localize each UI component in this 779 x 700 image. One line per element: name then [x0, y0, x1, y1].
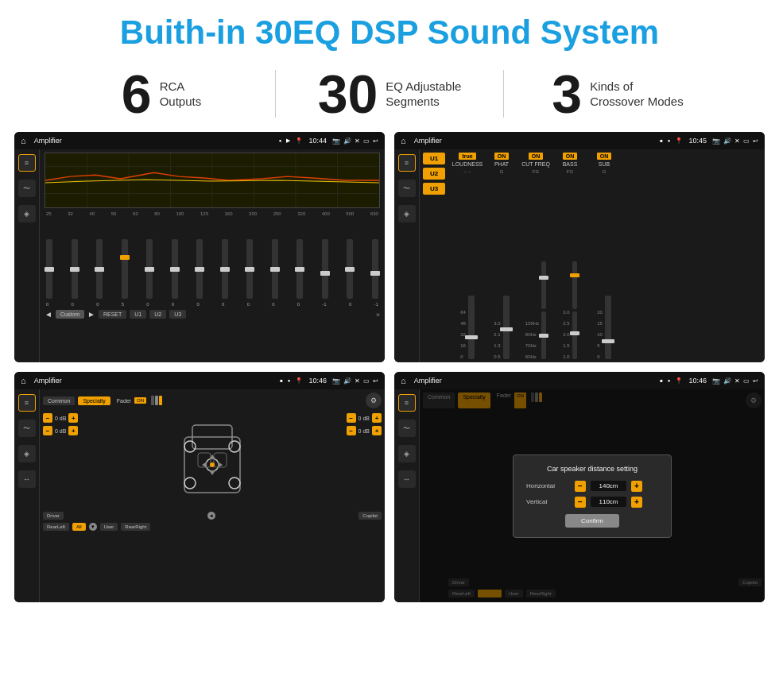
btn-rearright[interactable]: RearRight	[121, 523, 150, 531]
stat-eq-line1: EQ Adjustable	[386, 79, 461, 95]
screen-amp: ⌂ Amplifier ■ ● 📍 10:45 📷 🔊 ✕ ▭ ↩ ≡ 〜 ◈	[394, 132, 765, 362]
phat-on[interactable]: ON	[494, 153, 510, 160]
bass-slider-g[interactable]	[572, 311, 577, 359]
sidebar-4: ≡ 〜 ◈ ↔	[394, 389, 420, 602]
home-icon-2[interactable]: ⌂	[401, 136, 406, 145]
home-icon[interactable]: ⌂	[21, 136, 26, 145]
plus-btn-3[interactable]: +	[372, 413, 382, 423]
home-icon-4[interactable]: ⌂	[401, 376, 406, 385]
eq-slider-100[interactable]	[196, 239, 203, 299]
tab-specialty[interactable]: Specialty	[78, 396, 110, 405]
back-icon[interactable]: ↩	[373, 137, 378, 145]
minus-btn-2[interactable]: −	[43, 426, 52, 435]
eq-u3-btn[interactable]: U3	[169, 310, 186, 319]
u2-btn[interactable]: U2	[423, 168, 445, 180]
play-icon-1: ▶	[286, 137, 290, 144]
back-icon-2[interactable]: ↩	[753, 137, 758, 145]
u3-btn[interactable]: U3	[423, 183, 445, 195]
cutfreq-slider-f[interactable]	[541, 261, 546, 309]
eq-slider-320[interactable]	[322, 239, 328, 299]
phat-slider[interactable]	[503, 296, 510, 359]
home-icon-3[interactable]: ⌂	[21, 376, 26, 385]
eq-slider-200[interactable]	[272, 239, 278, 299]
minus-btn-3[interactable]: −	[347, 413, 356, 423]
sidebar-arrow-icon-3[interactable]: ↔	[18, 470, 36, 488]
tab-common[interactable]: Common	[43, 396, 75, 405]
sidebar-eq-icon-2[interactable]: ≡	[398, 154, 416, 172]
cam-icon-4: 📷	[712, 377, 720, 385]
sidebar-spk-icon[interactable]: ◈	[18, 205, 36, 222]
eq-slider-25[interactable]	[46, 239, 52, 299]
sidebar-spk-icon-4[interactable]: ◈	[398, 445, 416, 462]
dialog-horizontal-minus[interactable]: −	[575, 481, 586, 492]
eq-slider-160[interactable]	[246, 239, 253, 299]
eq-slider-250[interactable]	[296, 239, 303, 299]
btn-rearleft[interactable]: RearLeft	[43, 523, 69, 531]
eq-custom-btn[interactable]: Custom	[56, 310, 84, 319]
btn-user[interactable]: User	[100, 523, 118, 531]
eq-slider-40[interactable]	[96, 239, 103, 299]
time-1: 10:44	[308, 137, 327, 145]
eq-slider-32[interactable]	[72, 239, 78, 299]
dialog-vertical-minus[interactable]: −	[575, 497, 586, 508]
app-title-1: Amplifier	[34, 137, 274, 145]
sidebar-wave-icon-3[interactable]: 〜	[18, 420, 36, 437]
eq-u2-btn[interactable]: U2	[149, 310, 166, 319]
eq-slider-125[interactable]	[222, 239, 228, 299]
cutfreq-slider-g[interactable]	[541, 311, 546, 359]
plus-btn-1[interactable]: +	[68, 413, 78, 423]
prev-arrow[interactable]: ◄	[45, 310, 52, 319]
expand-arrow[interactable]: »	[376, 311, 380, 319]
dialog-vertical-plus[interactable]: +	[631, 497, 642, 508]
db-val-4: 0 dB	[358, 428, 370, 434]
eq-u1-btn[interactable]: U1	[130, 310, 146, 319]
dialog-overlay: Car speaker distance setting Horizontal …	[420, 389, 765, 602]
svg-point-15	[229, 478, 240, 489]
btn-copilot[interactable]: Copilot	[358, 512, 382, 520]
u1-btn[interactable]: U1	[423, 153, 445, 164]
sc4-main: Common Specialty Fader ON ⚙ Driver Copil…	[420, 389, 765, 602]
sidebar-eq-icon-4[interactable]: ≡	[398, 394, 416, 412]
loudness-slider[interactable]	[468, 296, 475, 359]
settings-icon[interactable]: ⚙	[366, 393, 382, 408]
confirm-button[interactable]: Confirm	[565, 514, 619, 528]
eq-slider-80[interactable]	[172, 239, 178, 299]
eq-slider-500[interactable]	[372, 239, 378, 299]
plus-btn-4[interactable]: +	[372, 426, 382, 435]
sub-slider[interactable]	[605, 296, 611, 359]
sidebar-spk-icon-2[interactable]: ◈	[398, 205, 416, 222]
back-icon-4[interactable]: ↩	[753, 377, 758, 385]
sidebar-eq-icon[interactable]: ≡	[18, 154, 36, 172]
screen-body-2: ≡ 〜 ◈ U1 U2 U3 true	[394, 149, 765, 362]
stat-eq-line2: Segments	[386, 94, 461, 110]
loudness-on[interactable]: true	[459, 153, 475, 160]
minus-btn-1[interactable]: −	[43, 413, 52, 423]
vol-icon-4: 🔊	[723, 377, 731, 385]
minus-btn-4[interactable]: −	[347, 426, 356, 435]
dialog-horizontal-plus[interactable]: +	[631, 481, 642, 492]
bass-slider-f[interactable]	[572, 261, 577, 309]
sidebar-arrow-icon-4[interactable]: ↔	[398, 470, 416, 488]
cutfreq-on[interactable]: ON	[529, 153, 544, 160]
sidebar-wave-icon-4[interactable]: 〜	[398, 420, 416, 437]
sidebar-eq-icon-3[interactable]: ≡	[18, 394, 36, 412]
eq-slider-400[interactable]	[347, 239, 353, 299]
dot-icon-3: ■	[280, 378, 283, 383]
back-icon-3[interactable]: ↩	[373, 377, 378, 385]
btn-driver[interactable]: Driver	[43, 512, 64, 520]
down-arrow-sc3[interactable]: ▼	[89, 523, 97, 531]
eq-val-3: 0	[96, 302, 99, 307]
plus-btn-2[interactable]: +	[68, 426, 78, 435]
bass-on[interactable]: ON	[563, 153, 578, 160]
eq-slider-63[interactable]	[146, 239, 153, 299]
sidebar-wave-icon[interactable]: 〜	[18, 180, 36, 197]
sidebar-wave-icon-2[interactable]: 〜	[398, 180, 416, 197]
btn-all[interactable]: All	[72, 523, 86, 531]
fader-on[interactable]: ON	[134, 397, 146, 404]
sidebar-spk-icon-3[interactable]: ◈	[18, 445, 36, 462]
left-arrow-sc3[interactable]: ◄	[207, 512, 215, 520]
eq-reset-btn[interactable]: RESET	[99, 310, 126, 319]
sub-on[interactable]: ON	[597, 153, 612, 160]
play-arrow[interactable]: ►	[87, 310, 95, 319]
eq-slider-50[interactable]	[122, 239, 128, 299]
